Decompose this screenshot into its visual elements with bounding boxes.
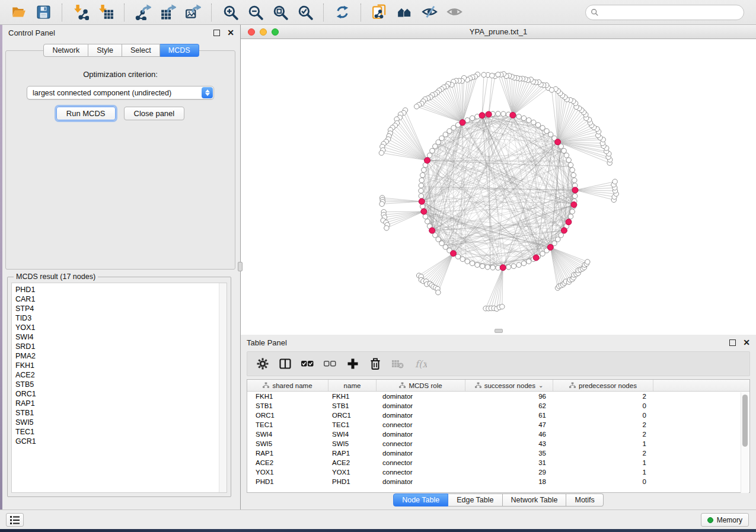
- select-all-rows-button[interactable]: [301, 357, 315, 371]
- open-recent-networks-button[interactable]: [392, 2, 417, 23]
- share-document-button[interactable]: [367, 2, 392, 23]
- table-scrollbar[interactable]: [741, 392, 749, 493]
- refresh-network-button[interactable]: [330, 2, 355, 23]
- zoom-selected-button[interactable]: [292, 2, 317, 23]
- delete-columns-button[interactable]: [368, 357, 382, 371]
- table-row[interactable]: ACE2ACE2connector311: [247, 458, 749, 467]
- table-row[interactable]: PHD1PHD1dominator180: [247, 477, 749, 486]
- close-panel-icon[interactable]: ✕: [743, 339, 750, 346]
- mcds-result-item[interactable]: STP4: [15, 304, 227, 313]
- vertical-splitter-handle[interactable]: [238, 262, 243, 271]
- table-row[interactable]: SWI4SWI4dominator462: [247, 430, 749, 439]
- tab-network[interactable]: Network: [43, 44, 88, 57]
- mcds-result-item[interactable]: TID3: [15, 313, 227, 323]
- show-columns-button[interactable]: [278, 357, 292, 371]
- table-row[interactable]: SWI5SWI5connector431: [247, 439, 749, 448]
- mcds-result-item[interactable]: TEC1: [15, 427, 227, 437]
- export-network-button[interactable]: [130, 2, 155, 23]
- mcds-result-list[interactable]: PHD1CAR1STP4TID3YOX1SWI4SRD1PMA2FKH1ACE2…: [11, 283, 227, 493]
- zoom-out-button[interactable]: [243, 2, 267, 23]
- import-network-button[interactable]: [68, 2, 93, 23]
- column-header-successor-nodes[interactable]: successor nodes⌄: [465, 380, 553, 391]
- optimization-criterion-label: Optimization criterion:: [6, 70, 235, 79]
- table-body: FKH1FKH1dominator962STB1STB1dominator620…: [247, 392, 749, 486]
- tab-motifs[interactable]: Motifs: [566, 493, 603, 507]
- table-row[interactable]: FKH1FKH1dominator962: [247, 392, 749, 401]
- network-canvas[interactable]: [241, 39, 756, 334]
- network-graph[interactable]: [241, 39, 756, 334]
- close-panel-icon[interactable]: ✕: [227, 30, 234, 36]
- search-box[interactable]: [585, 5, 744, 20]
- table-cell: 0: [553, 412, 653, 419]
- zoom-fit-button[interactable]: [267, 2, 292, 23]
- window-minimize-icon[interactable]: [260, 28, 267, 36]
- tab-select[interactable]: Select: [122, 44, 160, 57]
- float-panel-icon[interactable]: [729, 339, 736, 346]
- float-panel-icon[interactable]: [213, 30, 220, 36]
- table-row[interactable]: YOX1YOX1connector291: [247, 467, 749, 477]
- table-row[interactable]: RAP1RAP1dominator352: [247, 448, 749, 458]
- deselect-all-rows-button[interactable]: [323, 357, 337, 371]
- column-header-predecessor-nodes[interactable]: predecessor nodes: [553, 380, 653, 391]
- table-row[interactable]: TEC1TEC1connector472: [247, 420, 749, 430]
- mcds-result-item[interactable]: RAP1: [15, 399, 227, 408]
- table-panel-tabs: Node TableEdge TableNetwork TableMotifs: [241, 493, 756, 507]
- mcds-result-item[interactable]: SWI4: [15, 332, 227, 342]
- birds-eye-view-button[interactable]: [442, 2, 467, 23]
- window-maximize-icon[interactable]: [272, 28, 279, 36]
- horizontal-splitter-handle[interactable]: [495, 329, 503, 333]
- table-options-gear-icon: [256, 357, 269, 370]
- tab-mcds[interactable]: MCDS: [160, 44, 199, 57]
- mcds-result-item[interactable]: SWI5: [15, 418, 227, 427]
- select-all-rows-icon: [301, 357, 314, 370]
- table-cell: dominator: [377, 402, 465, 409]
- tab-edge-table[interactable]: Edge Table: [448, 493, 502, 507]
- mcds-result-item[interactable]: FKH1: [15, 361, 227, 370]
- close-panel-button[interactable]: Close panel: [124, 107, 185, 120]
- create-column-button[interactable]: [346, 357, 360, 371]
- tab-node-table[interactable]: Node Table: [393, 493, 448, 507]
- table-cell: FKH1: [328, 393, 377, 400]
- table-options-gear-button[interactable]: [256, 357, 270, 371]
- tab-style[interactable]: Style: [88, 44, 122, 57]
- criterion-select[interactable]: largest connected component (undirected): [27, 86, 214, 100]
- export-image-button[interactable]: [180, 2, 205, 23]
- network-window-titlebar[interactable]: YPA_prune.txt_1: [241, 25, 756, 39]
- table-cell: connector: [377, 459, 465, 466]
- scrollbar-thumb[interactable]: [742, 395, 748, 447]
- table-cell: 2: [553, 421, 653, 428]
- table-row[interactable]: STB1STB1dominator620: [247, 401, 749, 411]
- column-header-shared-name[interactable]: shared name: [247, 380, 328, 391]
- mcds-list-scrollbar[interactable]: [219, 283, 227, 492]
- mcds-result-item[interactable]: CAR1: [15, 294, 227, 304]
- task-history-button[interactable]: [6, 513, 24, 527]
- mcds-result-item[interactable]: STB1: [15, 408, 227, 418]
- save-session-button[interactable]: [31, 2, 56, 23]
- hide-graphics-details-button[interactable]: [417, 2, 442, 23]
- table-cell: 2: [553, 431, 653, 438]
- mcds-result-item[interactable]: ACE2: [15, 370, 227, 380]
- search-input[interactable]: [599, 8, 729, 17]
- open-file-button[interactable]: [6, 2, 31, 23]
- column-header-MCDS-role[interactable]: MCDS role: [377, 380, 465, 391]
- run-mcds-button[interactable]: Run MCDS: [56, 107, 116, 120]
- mcds-result-item[interactable]: STB5: [15, 380, 227, 389]
- table-row[interactable]: ORC1ORC1dominator610: [247, 411, 749, 420]
- tab-network-table[interactable]: Network Table: [503, 493, 567, 507]
- mcds-result-item[interactable]: PMA2: [15, 351, 227, 361]
- export-table-button[interactable]: [155, 2, 180, 23]
- column-header-name[interactable]: name: [328, 380, 377, 391]
- table-panel-header: Table Panel ✕: [241, 335, 756, 350]
- zoom-in-button[interactable]: [218, 2, 243, 23]
- mcds-result-item[interactable]: PHD1: [15, 285, 227, 294]
- import-table-button[interactable]: [93, 2, 118, 23]
- mcds-result-item[interactable]: YOX1: [15, 323, 227, 332]
- table-cell: dominator: [377, 412, 465, 419]
- mcds-result-item[interactable]: ORC1: [15, 389, 227, 399]
- mcds-result-item[interactable]: GCR1: [15, 437, 227, 446]
- memory-button[interactable]: Memory: [701, 513, 749, 527]
- mcds-result-item[interactable]: SRD1: [15, 342, 227, 351]
- table-cell: STB1: [328, 402, 377, 409]
- mcds-result-title: MCDS result (17 nodes): [14, 273, 98, 281]
- window-close-icon[interactable]: [248, 28, 255, 36]
